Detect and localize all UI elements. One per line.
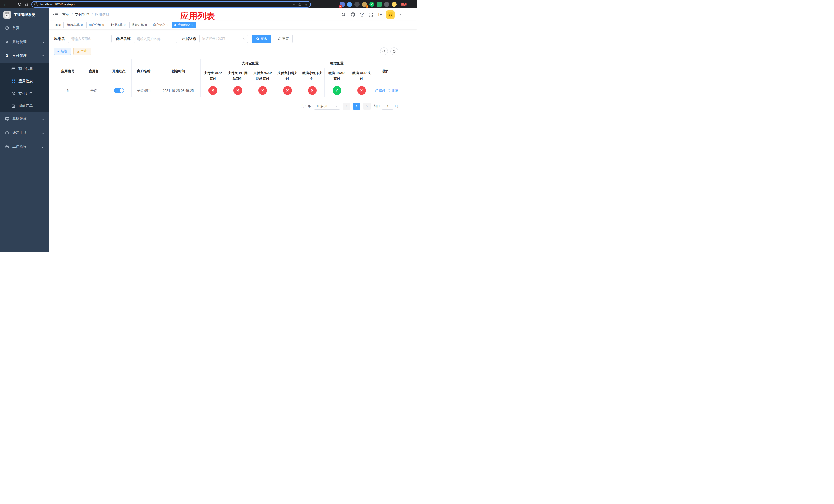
breadcrumb-home[interactable]: 首页: [62, 12, 69, 17]
extension-drop-icon[interactable]: [347, 2, 352, 7]
extension-pin-icon[interactable]: 10: [339, 2, 345, 7]
monitor-icon: [5, 117, 9, 121]
tab-app-info[interactable]: 应用信息 ×: [172, 22, 196, 28]
share-icon[interactable]: [298, 3, 301, 6]
sidebar-item-merchant-info[interactable]: 商户信息: [0, 63, 49, 75]
site-info-icon[interactable]: i: [35, 2, 38, 6]
prev-page-button[interactable]: ‹: [343, 102, 350, 110]
extension-dark-icon[interactable]: [354, 2, 359, 7]
search-icon[interactable]: [341, 12, 346, 17]
sidebar-item-refund-order[interactable]: 退款订单: [0, 100, 49, 112]
status-success-icon: ✓: [333, 86, 341, 95]
goto-page-input[interactable]: [382, 102, 393, 110]
github-icon[interactable]: [350, 12, 355, 17]
chevron-down-icon: [42, 132, 44, 134]
sidebar-toggle-icon[interactable]: [53, 13, 58, 17]
add-button[interactable]: + 新增: [54, 48, 71, 55]
status-select[interactable]: 请选择开启状态: [199, 35, 248, 43]
app-table: 应用编号 应用名 开启状态 商户名称 创建时间 支付宝配置 微信配置 操作 支付…: [54, 59, 398, 97]
sidebar-item-home[interactable]: 首页: [0, 21, 49, 35]
delete-link[interactable]: 删除: [388, 88, 398, 93]
sidebar-item-infra[interactable]: 基础设施: [0, 112, 49, 126]
cell-alipay-qr: ×: [275, 84, 300, 97]
tab-bar: 首页 流程表单 × 用户分组 × 支付订单 × 退款订单 × 商户信息 ×: [49, 21, 417, 29]
extension-tool-icon[interactable]: [384, 2, 389, 7]
status-toggle[interactable]: [114, 88, 124, 93]
breadcrumb: 首页 / 支付管理 / 应用信息: [62, 12, 109, 17]
page-size-value: 10条/页: [316, 104, 328, 109]
extension-chat-icon[interactable]: [377, 2, 382, 7]
user-avatar[interactable]: [386, 10, 395, 19]
home-icon[interactable]: [24, 2, 29, 6]
pagination-total: 共 1 条: [301, 104, 311, 109]
sidebar-item-devtools[interactable]: 研发工具: [0, 126, 49, 140]
sidebar-item-label: 研发工具: [12, 131, 27, 135]
tab-pay-order[interactable]: 支付订单 ×: [108, 22, 128, 28]
help-icon[interactable]: ?: [360, 13, 364, 17]
sidebar-item-system[interactable]: 系统管理: [0, 35, 49, 49]
extension-avatar-icon[interactable]: 1: [362, 2, 367, 7]
breadcrumb-separator: /: [71, 13, 72, 17]
bookmark-star-icon[interactable]: ☆: [304, 2, 308, 7]
browser-update-button[interactable]: 更新: [401, 2, 408, 7]
col-alipay-pc: 支付宝 PC 网站支付: [225, 68, 250, 84]
page-1-button[interactable]: 1: [353, 102, 360, 110]
sidebar-item-workflow[interactable]: 工作流程: [0, 140, 49, 154]
col-group-wechat: 微信配置: [300, 59, 374, 68]
tab-user-group[interactable]: 用户分组 ×: [86, 22, 107, 28]
close-icon[interactable]: ×: [102, 23, 104, 27]
chevron-down-icon: [336, 105, 338, 107]
sidebar-item-app-info[interactable]: 应用信息: [0, 75, 49, 87]
close-icon[interactable]: ×: [145, 23, 147, 27]
delete-link-label: 删除: [392, 88, 398, 93]
tab-label: 用户分组: [89, 23, 101, 27]
cell-alipay-wap: ×: [250, 84, 275, 97]
app-logo[interactable]: 芋道管理系统: [0, 8, 49, 21]
back-icon[interactable]: ←: [3, 2, 8, 6]
chevron-down-icon[interactable]: [399, 13, 401, 15]
tab-process-form[interactable]: 流程表单 ×: [65, 22, 85, 28]
sidebar-item-payment[interactable]: ¥ 支付管理: [0, 49, 49, 63]
card-icon: [11, 67, 15, 71]
app-title: 芋道管理系统: [14, 13, 35, 17]
col-wechat-mini: 微信小程序支付: [300, 68, 325, 84]
tab-merchant-info[interactable]: 商户信息 ×: [151, 22, 171, 28]
tab-refund-order[interactable]: 退款订单 ×: [129, 22, 150, 28]
cell-alipay-app: ×: [201, 84, 225, 97]
toggle-search-button[interactable]: [380, 47, 388, 55]
address-bar[interactable]: i localhost:1024/pay/app ☆: [31, 1, 311, 8]
sidebar-item-pay-order[interactable]: 支付订单: [0, 87, 49, 100]
close-icon[interactable]: ×: [81, 23, 83, 27]
gear-icon: [5, 40, 9, 44]
browser-menu-icon[interactable]: [412, 3, 414, 6]
password-key-icon[interactable]: [291, 3, 295, 6]
edit-link[interactable]: 修改: [375, 88, 386, 93]
close-icon[interactable]: ×: [167, 23, 169, 27]
sidebar-item-label: 首页: [12, 26, 20, 30]
table-row: 6 芋道 芋道源码 2021-10-23 08:49:25 × × × × × …: [54, 84, 398, 97]
chevron-down-icon: [42, 41, 44, 43]
page-size-select[interactable]: 10条/页: [314, 102, 340, 110]
close-icon[interactable]: ×: [124, 23, 126, 27]
close-icon[interactable]: ×: [191, 23, 193, 27]
fullscreen-icon[interactable]: [369, 12, 373, 17]
extension-emoji-icon[interactable]: [392, 2, 397, 7]
next-page-button[interactable]: ›: [364, 102, 371, 110]
tab-label: 商户信息: [153, 23, 165, 27]
export-button[interactable]: 导出: [73, 48, 91, 55]
search-button[interactable]: 搜索: [252, 35, 271, 43]
reset-button[interactable]: 重置: [273, 35, 293, 43]
refresh-table-button[interactable]: [390, 47, 398, 55]
breadcrumb-payment[interactable]: 支付管理: [75, 12, 89, 17]
chevron-up-icon: [42, 54, 44, 57]
forward-icon[interactable]: →: [10, 2, 15, 6]
app-name-input[interactable]: [68, 35, 112, 43]
goto-label: 前往: [374, 104, 380, 109]
tab-label: 首页: [55, 23, 61, 27]
col-alipay-app: 支付宝 APP 支付: [201, 68, 225, 84]
font-size-icon[interactable]: TT: [377, 12, 381, 17]
tab-home[interactable]: 首页: [53, 22, 64, 28]
reload-icon[interactable]: [17, 2, 22, 6]
merchant-name-input[interactable]: [134, 35, 177, 43]
extension-check-icon[interactable]: ✓: [369, 2, 374, 7]
